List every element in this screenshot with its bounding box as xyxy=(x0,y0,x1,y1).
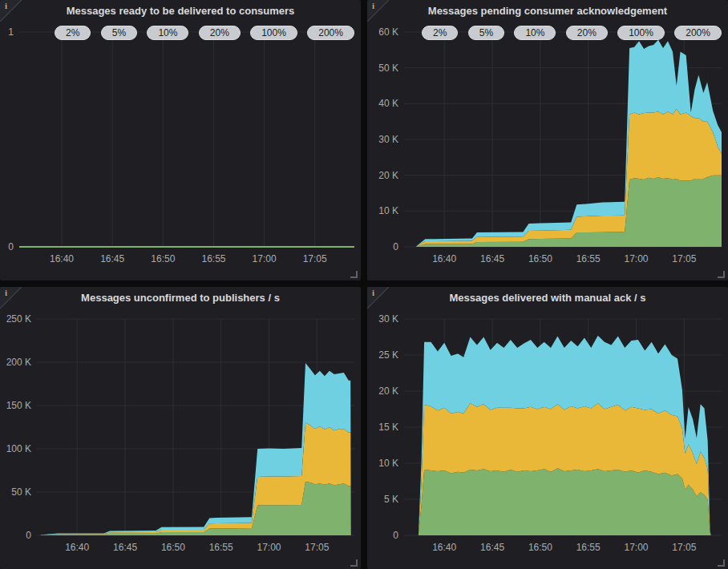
x-tick-label: 16:55 xyxy=(576,542,601,553)
y-tick-label: 50 K xyxy=(378,63,398,74)
panel-messages-delivered: i Messages delivered with manual ack / s… xyxy=(367,287,728,569)
x-tick-label: 17:00 xyxy=(624,542,648,553)
info-corner-triangle xyxy=(367,0,389,22)
x-tick-label: 16:40 xyxy=(65,542,89,553)
x-tick-label: 17:00 xyxy=(257,542,281,553)
y-tick-label: 10 K xyxy=(378,205,398,216)
chart-svg: 05 K10 K15 K20 K25 K30 K16:4016:4516:501… xyxy=(367,287,728,569)
y-tick-label: 20 K xyxy=(378,385,398,397)
chart-plot[interactable]: 010 K20 K30 K40 K50 K60 K16:4016:4516:50… xyxy=(367,0,728,280)
panel-messages-ready: i Messages ready to be delivered to cons… xyxy=(0,0,361,280)
x-tick-label: 17:05 xyxy=(672,542,696,553)
y-tick-label: 60 K xyxy=(378,26,398,38)
y-tick-label: 100 K xyxy=(6,443,31,454)
x-tick-label: 17:05 xyxy=(672,253,696,264)
y-tick-label: 20 K xyxy=(378,170,398,181)
legend-badge-20pct[interactable]: 20% xyxy=(199,26,241,40)
y-tick-label: 25 K xyxy=(378,349,398,361)
panel-info-corner[interactable]: i xyxy=(0,287,22,309)
legend-badge-200pct[interactable]: 200% xyxy=(307,26,354,40)
x-tick-label: 16:40 xyxy=(50,253,74,264)
x-tick-label: 17:00 xyxy=(624,253,648,264)
panel-resize-handle[interactable] xyxy=(718,559,725,567)
x-tick-label: 16:45 xyxy=(480,542,504,553)
y-tick-label: 0 xyxy=(393,530,398,541)
panel-messages-unconfirmed: i Messages unconfirmed to publishers / s… xyxy=(0,287,361,569)
panel-title[interactable]: Messages unconfirmed to publishers / s xyxy=(22,292,338,304)
legend-badge-20pct[interactable]: 20% xyxy=(566,26,608,40)
legend-badge-10pct[interactable]: 10% xyxy=(514,26,556,40)
panel-resize-handle[interactable] xyxy=(350,559,358,567)
panel-title[interactable]: Messages delivered with manual ack / s xyxy=(390,292,706,304)
info-icon: i xyxy=(5,288,7,297)
x-tick-label: 16:50 xyxy=(528,542,552,553)
x-tick-label: 16:45 xyxy=(100,253,124,264)
x-tick-label: 16:55 xyxy=(201,253,225,264)
chart-svg: 010 K20 K30 K40 K50 K60 K16:4016:4516:50… xyxy=(367,0,728,280)
chart-plot[interactable]: 0116:4016:4516:5016:5517:0017:05 xyxy=(0,0,361,280)
info-icon: i xyxy=(372,1,374,10)
panel-resize-handle[interactable] xyxy=(350,271,358,278)
chart-svg: 0116:4016:4516:5016:5517:0017:05 xyxy=(0,0,361,280)
y-tick-label: 150 K xyxy=(6,400,31,411)
dashboard-grid: i Messages ready to be delivered to cons… xyxy=(0,0,728,569)
y-tick-label: 0 xyxy=(26,530,31,541)
x-tick-label: 16:50 xyxy=(528,253,552,264)
x-tick-label: 16:50 xyxy=(161,542,185,553)
panel-info-corner[interactable]: i xyxy=(367,287,389,309)
area-green-series xyxy=(419,468,711,535)
panel-title[interactable]: Messages pending consumer acknowledgemen… xyxy=(390,5,706,17)
y-tick-label: 1 xyxy=(8,26,14,38)
x-tick-label: 16:45 xyxy=(480,253,504,264)
x-tick-label: 17:00 xyxy=(253,253,277,264)
legend-badge-10pct[interactable]: 10% xyxy=(147,26,188,40)
y-tick-label: 10 K xyxy=(378,458,398,469)
x-tick-label: 16:55 xyxy=(576,253,601,264)
legend-badge-2pct[interactable]: 2% xyxy=(55,26,91,40)
info-corner-triangle xyxy=(367,287,389,309)
legend-badge-200pct[interactable]: 200% xyxy=(674,26,722,40)
x-tick-label: 16:50 xyxy=(151,253,175,264)
y-tick-label: 30 K xyxy=(378,134,398,145)
info-corner-triangle xyxy=(0,0,22,22)
y-tick-label: 250 K xyxy=(6,313,31,325)
panel-info-corner[interactable]: i xyxy=(0,0,22,22)
x-tick-label: 17:05 xyxy=(305,542,329,553)
legend-badge-100pct[interactable]: 100% xyxy=(250,26,297,40)
chart-svg: 050 K100 K150 K200 K250 K16:4016:4516:50… xyxy=(0,287,361,569)
y-tick-label: 200 K xyxy=(6,357,31,368)
grid xyxy=(19,32,354,247)
legend-badge-5pct[interactable]: 5% xyxy=(468,26,504,40)
legend-badges-row: 2%5%10%20%100%200% xyxy=(422,26,722,40)
panel-title[interactable]: Messages ready to be delivered to consum… xyxy=(22,5,338,17)
x-tick-label: 16:55 xyxy=(209,542,233,553)
panel-info-corner[interactable]: i xyxy=(367,0,389,22)
panel-messages-pending: i Messages pending consumer acknowledgem… xyxy=(367,0,728,280)
x-tick-label: 16:45 xyxy=(113,542,137,553)
y-tick-label: 0 xyxy=(8,241,14,252)
y-tick-label: 15 K xyxy=(378,422,398,433)
legend-badge-2pct[interactable]: 2% xyxy=(422,26,458,40)
chart-plot[interactable]: 050 K100 K150 K200 K250 K16:4016:4516:50… xyxy=(0,287,361,569)
y-tick-label: 0 xyxy=(393,241,398,252)
y-tick-label: 5 K xyxy=(384,494,398,505)
info-icon: i xyxy=(5,1,7,10)
info-corner-triangle xyxy=(0,287,22,309)
info-icon: i xyxy=(372,288,374,297)
legend-badges-row: 2%5%10%20%100%200% xyxy=(55,26,354,40)
y-tick-label: 40 K xyxy=(378,98,398,109)
x-tick-label: 16:40 xyxy=(432,253,456,264)
legend-badge-5pct[interactable]: 5% xyxy=(101,26,137,40)
y-tick-label: 30 K xyxy=(378,313,398,325)
x-tick-label: 16:40 xyxy=(432,542,456,553)
panel-resize-handle[interactable] xyxy=(718,271,725,278)
y-tick-label: 50 K xyxy=(11,486,31,498)
chart-plot[interactable]: 05 K10 K15 K20 K25 K30 K16:4016:4516:501… xyxy=(367,287,728,569)
legend-badge-100pct[interactable]: 100% xyxy=(617,26,665,40)
x-tick-label: 17:05 xyxy=(303,253,327,264)
